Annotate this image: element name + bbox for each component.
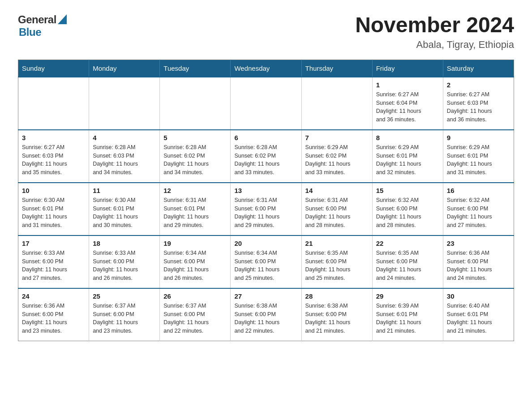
- day-number: 25: [93, 292, 156, 300]
- calendar-cell: 5Sunrise: 6:28 AMSunset: 6:02 PMDaylight…: [160, 130, 231, 183]
- day-info: Sunrise: 6:31 AMSunset: 6:00 PMDaylight:…: [305, 196, 369, 230]
- day-number: 8: [376, 134, 439, 141]
- day-number: 20: [234, 240, 297, 247]
- day-number: 21: [305, 240, 369, 247]
- calendar-cell: 2Sunrise: 6:27 AMSunset: 6:03 PMDaylight…: [443, 77, 514, 130]
- month-title: November 2024: [355, 13, 514, 37]
- day-info: Sunrise: 6:30 AMSunset: 6:01 PMDaylight:…: [93, 196, 156, 230]
- calendar-cell: [18, 77, 89, 130]
- day-number: 5: [163, 134, 227, 141]
- day-number: 22: [376, 240, 439, 247]
- calendar-cell: 4Sunrise: 6:28 AMSunset: 6:03 PMDaylight…: [89, 130, 160, 183]
- day-number: 9: [447, 134, 510, 141]
- day-number: 29: [376, 292, 439, 300]
- calendar-week-row: 3Sunrise: 6:27 AMSunset: 6:03 PMDaylight…: [18, 130, 514, 183]
- day-info: Sunrise: 6:31 AMSunset: 6:01 PMDaylight:…: [163, 196, 227, 230]
- calendar-cell: 16Sunrise: 6:32 AMSunset: 6:00 PMDayligh…: [443, 183, 514, 235]
- day-info: Sunrise: 6:31 AMSunset: 6:00 PMDaylight:…: [234, 196, 297, 230]
- day-number: 14: [305, 187, 369, 194]
- calendar-table: SundayMondayTuesdayWednesdayThursdayFrid…: [18, 60, 514, 341]
- day-number: 6: [234, 134, 297, 141]
- day-info: Sunrise: 6:37 AMSunset: 6:00 PMDaylight:…: [93, 302, 156, 335]
- day-number: 4: [93, 134, 156, 141]
- calendar-cell: 20Sunrise: 6:34 AMSunset: 6:00 PMDayligh…: [231, 235, 301, 288]
- calendar-cell: 25Sunrise: 6:37 AMSunset: 6:00 PMDayligh…: [89, 288, 160, 341]
- day-number: 28: [305, 292, 369, 300]
- day-number: 12: [163, 187, 227, 194]
- day-number: 19: [163, 240, 227, 247]
- day-number: 10: [22, 187, 85, 194]
- day-number: 13: [234, 187, 297, 194]
- day-number: 18: [93, 240, 156, 247]
- day-number: 17: [22, 240, 85, 247]
- weekday-header-tuesday: Tuesday: [160, 60, 231, 77]
- calendar-cell: 23Sunrise: 6:36 AMSunset: 6:00 PMDayligh…: [443, 235, 514, 288]
- day-info: Sunrise: 6:32 AMSunset: 6:00 PMDaylight:…: [376, 196, 439, 230]
- calendar-cell: 7Sunrise: 6:29 AMSunset: 6:02 PMDaylight…: [301, 130, 372, 183]
- day-info: Sunrise: 6:34 AMSunset: 6:00 PMDaylight:…: [163, 249, 227, 283]
- calendar-cell: 1Sunrise: 6:27 AMSunset: 6:04 PMDaylight…: [372, 77, 443, 130]
- weekday-header-row: SundayMondayTuesdayWednesdayThursdayFrid…: [18, 60, 514, 77]
- day-info: Sunrise: 6:40 AMSunset: 6:01 PMDaylight:…: [447, 302, 510, 335]
- calendar-cell: 21Sunrise: 6:35 AMSunset: 6:00 PMDayligh…: [301, 235, 372, 288]
- calendar-cell: 18Sunrise: 6:33 AMSunset: 6:00 PMDayligh…: [89, 235, 160, 288]
- calendar-cell: 13Sunrise: 6:31 AMSunset: 6:00 PMDayligh…: [231, 183, 301, 235]
- calendar-cell: 9Sunrise: 6:29 AMSunset: 6:01 PMDaylight…: [443, 130, 514, 183]
- logo-blue-text: Blue: [19, 26, 41, 39]
- day-number: 11: [93, 187, 156, 194]
- day-info: Sunrise: 6:29 AMSunset: 6:02 PMDaylight:…: [305, 143, 369, 177]
- logo-triangle-icon: [58, 14, 67, 24]
- logo-general-text: General: [18, 13, 56, 26]
- day-info: Sunrise: 6:33 AMSunset: 6:00 PMDaylight:…: [22, 249, 85, 283]
- day-number: 24: [22, 292, 85, 300]
- day-info: Sunrise: 6:34 AMSunset: 6:00 PMDaylight:…: [234, 249, 297, 283]
- day-number: 7: [305, 134, 369, 141]
- day-info: Sunrise: 6:30 AMSunset: 6:01 PMDaylight:…: [22, 196, 85, 230]
- day-info: Sunrise: 6:36 AMSunset: 6:00 PMDaylight:…: [447, 249, 510, 283]
- weekday-header-wednesday: Wednesday: [231, 60, 301, 77]
- calendar-cell: 19Sunrise: 6:34 AMSunset: 6:00 PMDayligh…: [160, 235, 231, 288]
- day-info: Sunrise: 6:28 AMSunset: 6:03 PMDaylight:…: [93, 143, 156, 177]
- weekday-header-saturday: Saturday: [443, 60, 514, 77]
- calendar-cell: 17Sunrise: 6:33 AMSunset: 6:00 PMDayligh…: [18, 235, 89, 288]
- day-number: 2: [447, 81, 510, 89]
- day-number: 1: [376, 81, 439, 89]
- day-info: Sunrise: 6:33 AMSunset: 6:00 PMDaylight:…: [93, 249, 156, 283]
- day-info: Sunrise: 6:36 AMSunset: 6:00 PMDaylight:…: [22, 302, 85, 335]
- calendar-cell: 27Sunrise: 6:38 AMSunset: 6:00 PMDayligh…: [231, 288, 301, 341]
- calendar-header: SundayMondayTuesdayWednesdayThursdayFrid…: [18, 60, 514, 77]
- day-info: Sunrise: 6:38 AMSunset: 6:00 PMDaylight:…: [305, 302, 369, 335]
- calendar-cell: 6Sunrise: 6:28 AMSunset: 6:02 PMDaylight…: [231, 130, 301, 183]
- weekday-header-thursday: Thursday: [301, 60, 372, 77]
- day-info: Sunrise: 6:29 AMSunset: 6:01 PMDaylight:…: [447, 143, 510, 177]
- day-number: 3: [22, 134, 85, 141]
- calendar-cell: 3Sunrise: 6:27 AMSunset: 6:03 PMDaylight…: [18, 130, 89, 183]
- calendar-cell: 22Sunrise: 6:35 AMSunset: 6:00 PMDayligh…: [372, 235, 443, 288]
- day-info: Sunrise: 6:38 AMSunset: 6:00 PMDaylight:…: [234, 302, 297, 335]
- day-number: 23: [447, 240, 510, 247]
- title-area: November 2024 Abala, Tigray, Ethiopia: [355, 13, 514, 51]
- calendar-week-row: 17Sunrise: 6:33 AMSunset: 6:00 PMDayligh…: [18, 235, 514, 288]
- calendar-cell: 10Sunrise: 6:30 AMSunset: 6:01 PMDayligh…: [18, 183, 89, 235]
- day-info: Sunrise: 6:27 AMSunset: 6:04 PMDaylight:…: [376, 90, 439, 124]
- calendar-cell: [160, 77, 231, 130]
- day-number: 27: [234, 292, 297, 300]
- day-info: Sunrise: 6:27 AMSunset: 6:03 PMDaylight:…: [22, 143, 85, 177]
- day-info: Sunrise: 6:29 AMSunset: 6:01 PMDaylight:…: [376, 143, 439, 177]
- day-info: Sunrise: 6:28 AMSunset: 6:02 PMDaylight:…: [163, 143, 227, 177]
- calendar-cell: 29Sunrise: 6:39 AMSunset: 6:01 PMDayligh…: [372, 288, 443, 341]
- calendar-cell: 26Sunrise: 6:37 AMSunset: 6:00 PMDayligh…: [160, 288, 231, 341]
- day-number: 15: [376, 187, 439, 194]
- day-info: Sunrise: 6:28 AMSunset: 6:02 PMDaylight:…: [234, 143, 297, 177]
- day-info: Sunrise: 6:27 AMSunset: 6:03 PMDaylight:…: [447, 90, 510, 124]
- calendar-week-row: 1Sunrise: 6:27 AMSunset: 6:04 PMDaylight…: [18, 77, 514, 130]
- day-info: Sunrise: 6:39 AMSunset: 6:01 PMDaylight:…: [376, 302, 439, 335]
- weekday-header-sunday: Sunday: [18, 60, 89, 77]
- weekday-header-monday: Monday: [89, 60, 160, 77]
- calendar-cell: 8Sunrise: 6:29 AMSunset: 6:01 PMDaylight…: [372, 130, 443, 183]
- calendar-cell: 15Sunrise: 6:32 AMSunset: 6:00 PMDayligh…: [372, 183, 443, 235]
- day-info: Sunrise: 6:32 AMSunset: 6:00 PMDaylight:…: [447, 196, 510, 230]
- logo: General Blue: [18, 13, 67, 39]
- day-info: Sunrise: 6:35 AMSunset: 6:00 PMDaylight:…: [376, 249, 439, 283]
- calendar-cell: 24Sunrise: 6:36 AMSunset: 6:00 PMDayligh…: [18, 288, 89, 341]
